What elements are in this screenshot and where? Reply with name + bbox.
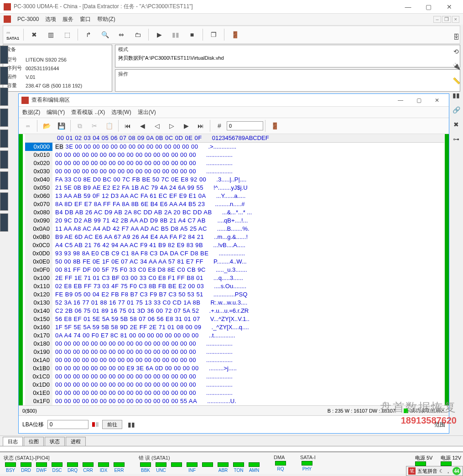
tab-3[interactable]: 进程 <box>66 437 86 446</box>
hex-ascii[interactable]: V...^ZY[X..V.1.. <box>200 315 250 323</box>
save-icon[interactable]: 💾 <box>54 119 68 132</box>
hex-bytes[interactable]: 00 00 00 00 00 00 00 00 00 00 00 00 00 0… <box>52 151 196 159</box>
hex-view[interactable]: 00 01 02 03 04 05 06 07 08 09 0A 0B 0C 0… <box>23 134 444 405</box>
play-icon[interactable]: ▶ <box>151 28 167 41</box>
hex-bytes[interactable]: C2 2B 06 75 01 89 16 75 01 3D 36 00 72 0… <box>52 307 199 315</box>
hex-ascii[interactable]: ....qB+....!... <box>206 217 248 225</box>
hex-ascii[interactable]: ...q.....3...... <box>203 274 243 282</box>
hex-row[interactable]: 0x080B4 DB AB 26 AC D9 AB 2A 8C DD AB 2A… <box>25 208 444 217</box>
goto-button[interactable]: 前往 <box>102 420 122 429</box>
hex-ascii[interactable]: ................ <box>196 167 233 176</box>
grid-icon[interactable]: # <box>212 119 227 132</box>
hex-bytes[interactable]: FE B9 05 00 04 E2 FB F8 B7 C3 F9 B7 C3 5… <box>52 290 203 299</box>
range-icon[interactable]: ⇔ <box>114 28 129 41</box>
hex-ascii[interactable]: ...Y......a..... <box>206 192 246 200</box>
hex-min-button[interactable]: ― <box>391 94 410 107</box>
copy-stack-icon[interactable]: ❐ <box>206 28 221 41</box>
hex-bytes[interactable]: 56 E8 EF 01 5E 5A 59 5B 58 07 06 56 E8 3… <box>52 315 200 323</box>
unlink-icon[interactable]: ✖ <box>451 119 461 129</box>
hex-ascii[interactable]: ................ <box>196 373 233 381</box>
hex-ascii[interactable]: ................ <box>196 356 233 364</box>
hex-row[interactable]: 0x09020 9C D2 AB 99 71 42 2B AA AD D9 8B… <box>25 217 444 225</box>
mdi-close-button[interactable]: × <box>452 16 459 23</box>
hex-map-right[interactable] <box>444 134 449 405</box>
hex-bytes[interactable]: 1F 5F 5E 5A 59 5B 58 9D 2E FF 2E 71 01 0… <box>52 323 202 331</box>
hex-bytes[interactable]: 00 00 00 00 00 00 00 00 00 00 00 00 00 0… <box>52 159 196 167</box>
search-icon[interactable]: 🔍 <box>97 28 113 41</box>
hex-max-button[interactable]: ▢ <box>410 94 428 107</box>
hex-ascii[interactable]: !^........yJ$j.U <box>203 184 248 192</box>
hex-bytes[interactable]: 00 81 FF DF 00 5F 75 F0 33 C0 E8 D8 8E C… <box>52 266 206 274</box>
back-step-icon[interactable]: ◁ <box>150 119 164 132</box>
hex-ascii[interactable]: .+.u...u.=6.r.ZR <box>199 307 249 315</box>
hex-bytes[interactable]: 13 AA AB 59 0F 12 D3 AA AC FA 61 EC EF E… <box>52 192 206 200</box>
maximize-button[interactable]: ▢ <box>418 0 439 14</box>
hex-ascii[interactable]: .............PSQ <box>203 290 247 299</box>
last-icon[interactable]: ⏭ <box>193 119 208 132</box>
hex-row[interactable]: 0x1E000 00 00 00 00 00 00 00 00 00 00 00… <box>25 389 444 397</box>
hex-bytes[interactable]: 00 00 00 00 00 00 00 00 00 00 00 00 00 0… <box>52 340 196 348</box>
hex-row[interactable]: 0x03000 00 00 00 00 00 00 00 00 00 00 00… <box>25 167 444 176</box>
hex-bytes[interactable]: 00 00 00 00 00 00 00 00 E9 3E 6A 0D 00 0… <box>52 364 199 373</box>
hex-bytes[interactable]: 11 AA A8 AC A4 AD 42 F7 AA AD AC B5 D8 A… <box>52 225 207 233</box>
hex-bytes[interactable]: 00 00 00 00 00 00 00 00 00 00 00 00 00 0… <box>52 389 196 397</box>
hex-bytes[interactable]: 52 3A 16 77 01 88 16 77 01 75 13 33 C0 C… <box>52 299 200 307</box>
hex-row[interactable]: 0x1B000 00 00 00 00 00 00 00 E9 3E 6A 0D… <box>25 364 444 373</box>
hex-row[interactable]: 0x0D093 93 98 8A E0 CB C9 C1 8A F8 C3 DA… <box>25 249 444 258</box>
hex-bytes[interactable]: 50 00 8B FE 0E 1F 0E 07 AC 34 AA AA 57 8… <box>52 258 203 266</box>
hex-menu-templates[interactable]: 查看模版 ..(X) <box>71 109 105 116</box>
hex-row[interactable]: 0x1002E FF 1E 71 01 C3 BF 03 00 33 C0 E8… <box>25 274 444 282</box>
chain-icon[interactable]: 🔗 <box>451 105 461 115</box>
hex-row[interactable]: 0x0A011 AA A8 AC A4 AD 42 F7 AA AD AC B5… <box>25 225 444 233</box>
hex-ascii[interactable]: .3.....|..P|.... <box>206 176 246 184</box>
hex-row[interactable]: 0x0E050 00 8B FE 0E 1F 0E 07 AC 34 AA AA… <box>25 258 444 266</box>
menu-services[interactable]: 服务 <box>62 16 73 23</box>
tab-1[interactable]: 位图 <box>24 437 44 446</box>
hex-ascii[interactable]: ......B.......%. <box>207 225 250 233</box>
fwd-step-icon[interactable]: ▷ <box>164 119 179 132</box>
hex-menu-data[interactable]: 数据(Z) <box>22 109 40 116</box>
hex-map-left[interactable] <box>19 134 23 405</box>
hex-row[interactable]: 0x000EB 3E 00 00 00 00 00 00 00 00 00 00… <box>25 143 444 151</box>
lba-input[interactable] <box>47 420 88 429</box>
hex-row[interactable]: 0x01000 00 00 00 00 00 00 00 00 00 00 00… <box>25 151 444 159</box>
hex-bytes[interactable]: 00 00 00 00 00 00 00 00 00 00 00 00 00 0… <box>52 167 196 176</box>
next-icon[interactable]: ▶ <box>179 119 193 132</box>
hex-ascii[interactable]: ................ <box>196 389 233 397</box>
hex-row[interactable]: 0x0B0B9 AE 6D AC E6 AA 67 A9 26 A4 E4 AA… <box>25 233 444 241</box>
hex-ascii[interactable]: .........>j..... <box>199 364 237 373</box>
menu-options[interactable]: 选项 <box>45 16 56 23</box>
hex-ascii[interactable]: R:.w...w.u.3.... <box>200 299 247 307</box>
hex-ascii[interactable]: ...&...*...* ... <box>212 208 252 217</box>
paste-icon[interactable]: 📋 <box>102 119 116 132</box>
cut-icon[interactable]: ✂ <box>87 119 102 132</box>
hex-row[interactable]: 0x11002 E8 EB FF 73 03 4F 75 F0 C3 8B FB… <box>25 282 444 290</box>
hex-row[interactable]: 0x0708A 8D EF E7 8A FF FA 8A 8B 6E B4 E6… <box>25 200 444 208</box>
exit-icon[interactable]: 🚪 <box>227 28 243 41</box>
hex-menu-exit[interactable]: 退出(V) <box>138 109 156 116</box>
ime-bar[interactable]: 笔 五笔拼音 ☾ ， 44 <box>406 466 463 476</box>
hex-bytes[interactable]: 02 E8 EB FF 73 03 4F 75 F0 C3 8B FB BE E… <box>52 282 204 290</box>
menu-help[interactable]: 帮助(Z) <box>97 16 115 23</box>
hex-ascii[interactable]: ................ <box>208 249 245 258</box>
reset-icon[interactable]: ⟲ <box>451 47 461 57</box>
percent-icon[interactable]: ⬚ <box>59 28 75 41</box>
connector-icon[interactable]: ⊶ <box>451 134 461 144</box>
hex-row[interactable]: 0x18000 00 00 00 00 00 00 00 00 00 00 00… <box>25 340 444 348</box>
hex-ascii[interactable]: ..m...g.&......! <box>204 233 248 241</box>
hex-bytes[interactable]: 2E FF 1E 71 01 C3 BF 03 00 33 C0 E8 F1 F… <box>52 274 203 282</box>
hex-ascii[interactable]: ................ <box>196 348 233 356</box>
hex-menu-options[interactable]: 选项(W) <box>111 109 131 116</box>
hex-row[interactable]: 0x15056 E8 EF 01 5E 5A 59 5B 58 07 06 56… <box>25 315 444 323</box>
hex-bytes[interactable]: 93 93 98 8A E0 CB C9 C1 8A F8 C3 DA DA C… <box>52 249 208 258</box>
hex-bytes[interactable]: 8A 8D EF E7 8A FF FA 8A 8B 6E B4 E6 AA A… <box>52 200 205 208</box>
plug-icon[interactable]: 🔌 <box>451 61 461 71</box>
hex-bytes[interactable]: 00 00 00 00 00 00 00 00 00 00 00 00 00 0… <box>52 373 196 381</box>
hex-row[interactable]: 0x1700A A4 74 00 F0 E7 8C 81 00 00 00 00… <box>25 331 444 340</box>
menu-window[interactable]: 窗口 <box>80 16 91 23</box>
hex-bytes[interactable]: 21 5E 0B B9 AE E2 E2 FA 1B AC 79 4A 24 6… <box>52 184 203 192</box>
prev-icon[interactable]: ◀ <box>135 119 150 132</box>
hex-row[interactable]: 0x1F000 00 00 00 00 00 00 00 00 00 00 00… <box>25 397 444 405</box>
lba-pause-icon[interactable]: ▮▮ <box>126 418 137 431</box>
hex-row[interactable]: 0x040FA 33 C0 8E D0 BC 00 7C FB BE 50 7C… <box>25 176 444 184</box>
